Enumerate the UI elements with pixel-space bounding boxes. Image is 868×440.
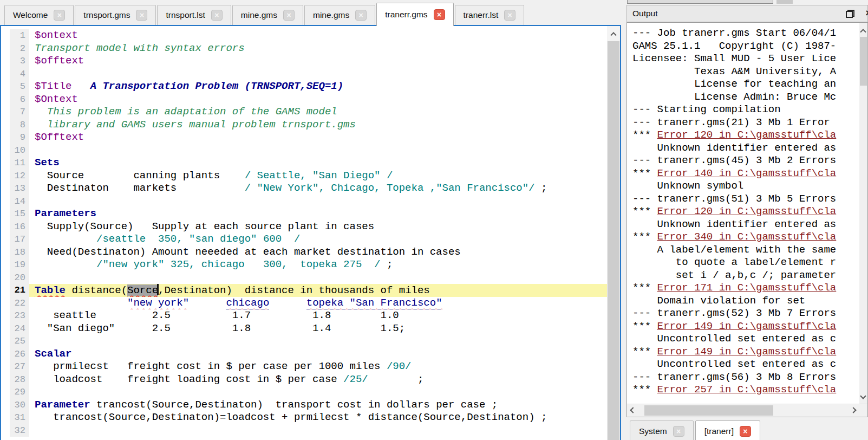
error-link[interactable]: Error 149 in C:\gamsstuff\cla bbox=[657, 346, 837, 358]
code-text[interactable]: loadcost freight loading cost in $ per c… bbox=[29, 373, 607, 386]
tab-label: tranerr.gms bbox=[385, 10, 427, 20]
code-text[interactable]: Parameter trancost(Source,Destinaton) tr… bbox=[29, 399, 607, 412]
code-text[interactable]: "new york" chicago topeka "San Francisco… bbox=[29, 297, 607, 310]
scroll-up-arrow-icon[interactable] bbox=[607, 26, 620, 41]
line-number: 20 bbox=[10, 271, 29, 284]
code-text[interactable]: /"new york" 325, chicago 300, topeka 275… bbox=[29, 258, 607, 271]
code-line: 24 "San diego" 2.5 1.8 1.4 1.5; bbox=[10, 322, 607, 335]
error-marker-margin bbox=[1, 26, 10, 440]
code-text[interactable]: /seattle 350, "san diego" 600 / bbox=[29, 233, 607, 246]
line-number: 19 bbox=[10, 258, 29, 271]
code-text[interactable]: $Ontext bbox=[29, 93, 607, 106]
close-icon[interactable]: × bbox=[865, 8, 868, 19]
line-number: 1 bbox=[10, 29, 29, 42]
tab-Welcome[interactable]: Welcome× bbox=[4, 5, 74, 25]
tab-mine.gms[interactable]: mine.gms× bbox=[232, 5, 303, 25]
tab-trnsport.lst[interactable]: trnsport.lst× bbox=[157, 5, 231, 25]
output-log-text: --- Job tranerr.gms Start 06/04/1GAMS 25… bbox=[627, 23, 859, 404]
code-text[interactable]: seattle 2.5 1.7 1.8 1.0 bbox=[29, 309, 607, 322]
tab-close-icon[interactable]: × bbox=[355, 10, 367, 21]
code-text[interactable]: Destinaton markets / "New York", Chicago… bbox=[29, 182, 607, 195]
code-text[interactable] bbox=[29, 424, 607, 437]
output-title: Output bbox=[632, 9, 658, 18]
code-text[interactable]: $Title A Transportation Problem (TRNSPOR… bbox=[29, 80, 607, 93]
editor-scrollbar-thumb[interactable] bbox=[608, 41, 619, 440]
code-text[interactable]: Source canning plants / Seattle, "San Di… bbox=[29, 170, 607, 183]
tab-tranerr.lst[interactable]: tranerr.lst× bbox=[455, 5, 525, 25]
line-number: 29 bbox=[10, 386, 29, 399]
editor-vertical-scrollbar[interactable] bbox=[607, 26, 620, 440]
tab-trnsport.gms[interactable]: trnsport.gms× bbox=[75, 5, 156, 25]
code-line: 2Transport model with syntax errors bbox=[10, 42, 607, 55]
code-line: 12 Source canning plants / Seattle, "San… bbox=[10, 170, 607, 183]
scroll-left-arrow-icon[interactable] bbox=[630, 407, 636, 413]
code-line: 29 bbox=[10, 386, 607, 399]
code-text[interactable]: Table distance(Sorce,Destinaton) distanc… bbox=[29, 284, 607, 297]
output-line: *** Error 149 in C:\gamsstuff\cla bbox=[632, 346, 859, 359]
tab-close-icon[interactable]: × bbox=[673, 426, 684, 437]
code-text[interactable]: Supply(Source) Supply at each source pla… bbox=[29, 221, 607, 234]
error-link[interactable]: Error 340 in C:\gamsstuff\cla bbox=[657, 231, 837, 243]
code-text[interactable]: Transport model with syntax errors bbox=[29, 42, 607, 55]
code-text[interactable]: $Offtext bbox=[29, 131, 607, 144]
code-text[interactable] bbox=[29, 195, 607, 208]
tab-close-icon[interactable]: × bbox=[740, 426, 751, 437]
tab-label: trnsport.gms bbox=[83, 10, 130, 20]
undock-icon[interactable] bbox=[846, 10, 854, 18]
scroll-down-arrow-icon[interactable] bbox=[860, 393, 866, 399]
code-line: 28 loadcost freight loading cost in $ pe… bbox=[10, 373, 607, 386]
code-text[interactable]: Need(Destinaton) Amount neeeded at each … bbox=[29, 246, 607, 259]
output-vertical-scrollbar[interactable] bbox=[859, 23, 867, 404]
output-tab-[tranerr][interactable]: [tranerr]× bbox=[695, 420, 760, 440]
code-text[interactable]: prmilecst freight cost in $ per case per… bbox=[29, 360, 607, 373]
code-text[interactable] bbox=[29, 144, 607, 157]
error-link[interactable]: Error 149 in C:\gamsstuff\cla bbox=[657, 320, 837, 332]
error-link[interactable]: Error 120 in C:\gamsstuff\cla bbox=[657, 129, 837, 141]
error-link[interactable]: Error 120 in C:\gamsstuff\cla bbox=[657, 205, 837, 217]
line-number: 25 bbox=[10, 335, 29, 348]
code-text[interactable]: This problem is an adaptation of the GAM… bbox=[29, 106, 607, 119]
error-link[interactable]: Error 171 in C:\gamsstuff\cla bbox=[657, 282, 837, 294]
cut-off-toolbar-fragment bbox=[627, 0, 773, 4]
tab-close-icon[interactable]: × bbox=[434, 9, 445, 20]
output-horizontal-scrollbar[interactable] bbox=[627, 404, 867, 417]
tab-close-icon[interactable]: × bbox=[283, 10, 295, 21]
code-text[interactable]: Parameters bbox=[29, 208, 607, 221]
code-line: 13 Destinaton markets / "New York", Chic… bbox=[10, 182, 607, 195]
code-text[interactable]: $offtext bbox=[29, 55, 607, 68]
cut-off-toolbar-fragment bbox=[776, 0, 793, 4]
output-hscrollbar-thumb[interactable] bbox=[644, 405, 773, 416]
tab-tranerr.gms[interactable]: tranerr.gms× bbox=[376, 3, 453, 26]
output-vscrollbar-thumb[interactable] bbox=[860, 37, 867, 86]
error-link[interactable]: Error 257 in C:\gamsstuff\cla bbox=[657, 384, 837, 396]
code-area[interactable]: 1$ontext2Transport model with syntax err… bbox=[10, 26, 607, 440]
code-text[interactable] bbox=[29, 271, 607, 284]
code-text[interactable]: Sets bbox=[29, 157, 607, 170]
code-text[interactable]: Scalar bbox=[29, 348, 607, 361]
tab-close-icon[interactable]: × bbox=[136, 10, 147, 21]
line-number: 32 bbox=[10, 424, 29, 437]
code-line: 32 bbox=[10, 424, 607, 437]
code-text[interactable] bbox=[29, 335, 607, 348]
tab-close-icon[interactable]: × bbox=[504, 10, 515, 21]
editor-tab-bar: Welcome×trnsport.gms×trnsport.lst×mine.g… bbox=[0, 0, 621, 25]
output-line: set i / a,b,c /; parameter bbox=[632, 269, 859, 282]
code-text[interactable] bbox=[29, 68, 607, 81]
output-line: Unknown identifier entered as bbox=[632, 142, 859, 155]
code-text[interactable]: trancost(Source,Destinaton)=loadcost + p… bbox=[29, 411, 607, 424]
output-tab-System[interactable]: System× bbox=[630, 420, 694, 440]
code-text[interactable]: "San diego" 2.5 1.8 1.4 1.5; bbox=[29, 322, 607, 335]
editor-pane: Welcome×trnsport.gms×trnsport.lst×mine.g… bbox=[0, 0, 621, 440]
tab-mine.gms[interactable]: mine.gms× bbox=[304, 5, 375, 25]
code-text[interactable]: library and GAMS users manual problem tr… bbox=[29, 119, 607, 132]
tab-close-icon[interactable]: × bbox=[54, 10, 65, 21]
tab-label: mine.gms bbox=[241, 10, 277, 20]
line-number: 7 bbox=[10, 106, 29, 119]
scroll-up-arrow-icon[interactable] bbox=[860, 29, 866, 35]
code-text[interactable] bbox=[29, 386, 607, 399]
scroll-right-arrow-icon[interactable] bbox=[850, 407, 856, 413]
tab-close-icon[interactable]: × bbox=[211, 10, 223, 21]
output-line: --- Job tranerr.gms Start 06/04/1 bbox=[632, 27, 859, 40]
error-link[interactable]: Error 140 in C:\gamsstuff\cla bbox=[657, 167, 837, 179]
code-text[interactable]: $ontext bbox=[29, 29, 607, 42]
